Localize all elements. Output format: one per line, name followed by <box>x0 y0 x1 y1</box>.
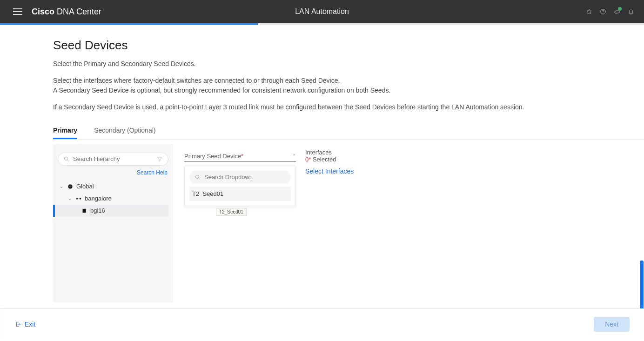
svg-point-3 <box>76 198 78 200</box>
dropdown-search[interactable] <box>189 171 291 184</box>
svg-rect-5 <box>83 209 86 213</box>
description-2: Select the interfaces where factory-defa… <box>53 76 644 96</box>
description-3: If a Secondary Seed Device is used, a po… <box>53 102 644 113</box>
help-icon[interactable] <box>599 8 607 15</box>
footer: Exit Next <box>0 308 644 339</box>
seed-device-column: Primary Seed Device* ⌃ T2_Seed01 T2_Seed… <box>184 144 296 302</box>
brand-bold: Cisco <box>32 7 54 16</box>
page-title: LAN Automation <box>295 7 349 16</box>
dropdown-label: Primary Seed Device <box>184 153 241 160</box>
tree-node-bgl16[interactable]: bgl16 <box>53 205 168 217</box>
dropdown-search-input[interactable] <box>204 174 286 181</box>
exit-icon <box>14 321 22 328</box>
work-area: Search Help ⌄ Global ⌄ bangalore <box>53 144 644 302</box>
page-heading: Seed Devices <box>53 38 644 53</box>
search-icon <box>63 155 70 163</box>
description-1: Select the Primary and Secondary Seed De… <box>53 59 644 69</box>
chevron-down-icon: ⌄ <box>60 184 65 189</box>
globe-icon <box>67 183 74 190</box>
brand: Cisco DNA Center <box>32 7 101 17</box>
main-content: Seed Devices Select the Primary and Seco… <box>0 25 644 308</box>
tree-node-bangalore[interactable]: ⌄ bangalore <box>58 193 168 205</box>
svg-point-6 <box>195 175 199 178</box>
hierarchy-tree: ⌄ Global ⌄ bangalore <box>58 181 168 217</box>
cloud-status-icon[interactable] <box>613 8 621 15</box>
exit-button[interactable]: Exit <box>14 321 35 328</box>
bell-icon[interactable] <box>627 8 635 15</box>
tree-label: bangalore <box>85 195 112 202</box>
tree-node-global[interactable]: ⌄ Global <box>58 181 168 193</box>
search-help-link[interactable]: Search Help <box>58 169 168 176</box>
site-icon <box>75 195 82 202</box>
select-interfaces-link[interactable]: Select Interfaces <box>305 167 354 175</box>
tab-secondary[interactable]: Secondary (Optional) <box>94 123 155 139</box>
svg-point-1 <box>64 157 67 160</box>
hierarchy-search[interactable] <box>58 153 168 166</box>
required-mark: * <box>241 153 243 160</box>
star-icon[interactable] <box>585 8 593 15</box>
chevron-down-icon: ⌄ <box>68 196 74 201</box>
chevron-up-icon: ⌃ <box>292 154 296 159</box>
dropdown-option-t2seed01[interactable]: T2_Seed01 <box>189 187 291 201</box>
scroll-indicator[interactable] <box>640 261 644 311</box>
interfaces-count: 0* Selected <box>305 156 354 163</box>
search-icon <box>194 174 201 181</box>
svg-point-4 <box>80 198 81 200</box>
building-icon <box>81 207 87 214</box>
seed-device-dropdown-trigger[interactable]: Primary Seed Device* ⌃ <box>184 153 296 161</box>
interfaces-title: Interfaces <box>305 149 354 156</box>
tree-label: Global <box>76 183 94 190</box>
interfaces-count-suffix: Selected <box>311 156 336 163</box>
exit-label: Exit <box>25 321 35 328</box>
dropdown-tooltip: T2_Seed01 <box>216 208 247 216</box>
tree-label: bgl16 <box>90 207 105 214</box>
interfaces-column: Interfaces 0* Selected Select Interfaces <box>305 144 354 302</box>
next-button[interactable]: Next <box>594 317 630 332</box>
brand-rest: DNA Center <box>54 7 101 16</box>
tabs: Primary Secondary (Optional) <box>53 123 644 140</box>
header-icons <box>585 8 635 15</box>
seed-device-dropdown-panel: T2_Seed01 <box>184 166 296 206</box>
dropdown-underline <box>184 161 296 162</box>
tab-primary[interactable]: Primary <box>53 123 77 139</box>
hierarchy-search-input[interactable] <box>73 155 153 162</box>
app-header: Cisco DNA Center LAN Automation <box>0 0 644 23</box>
hierarchy-panel: Search Help ⌄ Global ⌄ bangalore <box>53 144 173 302</box>
filter-icon[interactable] <box>156 155 163 163</box>
hamburger-menu-icon[interactable] <box>13 7 22 16</box>
